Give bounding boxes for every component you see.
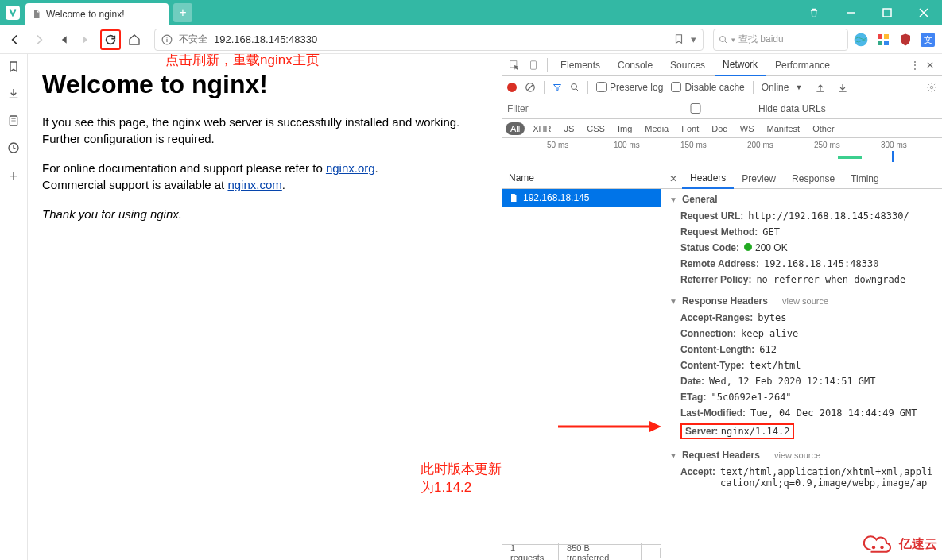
- svg-rect-9: [878, 34, 882, 39]
- info-icon: [161, 34, 173, 45]
- trash-button[interactable]: [796, 0, 832, 25]
- name-header: Name: [502, 168, 661, 189]
- page-heading: Welcome to nginx!: [42, 70, 487, 99]
- inspect-icon[interactable]: [506, 60, 523, 71]
- dtab-timing[interactable]: Timing: [843, 169, 887, 188]
- dtab-response[interactable]: Response: [784, 169, 843, 188]
- server-header-highlight: Server: nginx/1.14.2: [680, 423, 794, 439]
- section-request[interactable]: ▼Request Headersview source: [661, 446, 942, 464]
- type-font[interactable]: Font: [676, 122, 704, 135]
- devtools-close-icon[interactable]: ✕: [926, 60, 934, 71]
- downloads-panel-icon[interactable]: [7, 87, 20, 100]
- search-placeholder: 查找 baidu: [738, 33, 784, 46]
- dtab-headers[interactable]: Headers: [682, 168, 734, 189]
- svg-point-8: [855, 33, 868, 46]
- address-bar[interactable]: 不安全 192.168.18.145:48330 ▾: [154, 29, 704, 51]
- bytes-transferred: 850 B transferred: [559, 543, 642, 561]
- tab-sources[interactable]: Sources: [662, 55, 713, 75]
- type-manifest[interactable]: Manifest: [762, 122, 805, 135]
- type-css[interactable]: CSS: [582, 122, 610, 135]
- search-box[interactable]: ▾ 查找 baidu: [713, 29, 848, 51]
- svg-rect-11: [878, 41, 882, 45]
- type-media[interactable]: Media: [640, 122, 673, 135]
- search-icon-dt[interactable]: [570, 83, 580, 92]
- device-icon[interactable]: [525, 60, 542, 71]
- page-para-1: If you see this page, the nginx web serv…: [42, 114, 487, 147]
- settings-icon[interactable]: [926, 82, 937, 93]
- type-ws[interactable]: WS: [735, 122, 759, 135]
- home-button[interactable]: [124, 29, 145, 50]
- dtab-preview[interactable]: Preview: [734, 169, 784, 188]
- type-doc[interactable]: Doc: [707, 122, 732, 135]
- bookmark-icon[interactable]: [673, 33, 684, 44]
- annotation-version: 此时版本更新为1.14.2: [421, 460, 502, 496]
- svg-line-22: [528, 84, 533, 90]
- throttle-select[interactable]: Online▼: [762, 82, 803, 93]
- new-tab-button[interactable]: +: [173, 3, 192, 22]
- add-panel-icon[interactable]: +: [10, 168, 18, 185]
- svg-rect-12: [884, 41, 889, 45]
- history-panel-icon[interactable]: [7, 141, 20, 154]
- svg-point-28: [872, 546, 875, 549]
- refresh-button[interactable]: [100, 29, 121, 50]
- browser-tab[interactable]: Welcome to nginx!: [25, 3, 169, 25]
- section-response[interactable]: ▼Response Headersview source: [661, 292, 942, 310]
- tab-elements[interactable]: Elements: [552, 55, 608, 75]
- notes-panel-icon[interactable]: [7, 114, 20, 127]
- svg-rect-20: [531, 60, 537, 69]
- globe-icon[interactable]: [851, 30, 870, 49]
- request-row[interactable]: 192.168.18.145: [502, 189, 661, 207]
- bookmarks-panel-icon[interactable]: [7, 60, 20, 73]
- maximize-button[interactable]: [869, 0, 905, 25]
- upload-icon[interactable]: [815, 82, 826, 93]
- close-detail[interactable]: ✕: [665, 173, 682, 184]
- translate-icon[interactable]: 文: [918, 30, 937, 49]
- disable-cache-checkbox[interactable]: Disable cache: [671, 82, 744, 93]
- ext-icon-1[interactable]: [874, 30, 893, 49]
- clear-button[interactable]: [525, 82, 536, 93]
- record-button[interactable]: [507, 83, 517, 92]
- page-icon: [32, 10, 41, 19]
- fastforward-button[interactable]: [76, 29, 97, 50]
- rewind-button[interactable]: [52, 29, 73, 50]
- svg-line-24: [576, 88, 579, 91]
- forward-button[interactable]: [29, 29, 49, 50]
- filter-input[interactable]: [507, 103, 626, 114]
- page-thanks: Thank you for using nginx.: [42, 206, 487, 222]
- type-xhr[interactable]: XHR: [528, 122, 556, 135]
- search-icon: [719, 35, 728, 44]
- tab-console[interactable]: Console: [610, 55, 661, 75]
- tab-title: Welcome to nginx!: [46, 9, 125, 20]
- section-general[interactable]: ▼General: [661, 191, 942, 208]
- watermark: 亿速云: [863, 533, 937, 555]
- download-icon[interactable]: [837, 82, 848, 93]
- svg-rect-10: [884, 34, 889, 39]
- svg-point-5: [166, 37, 167, 37]
- tab-network[interactable]: Network: [715, 54, 766, 76]
- type-js[interactable]: JS: [559, 122, 579, 135]
- chevron-down-icon[interactable]: ▾: [691, 33, 696, 45]
- type-all[interactable]: All: [506, 122, 525, 135]
- vivaldi-logo: [0, 0, 25, 25]
- svg-point-6: [720, 36, 726, 41]
- type-img[interactable]: Img: [613, 122, 637, 135]
- devtools-more-icon[interactable]: ⋮: [910, 60, 920, 71]
- hide-data-urls[interactable]: Hide data URLs: [636, 103, 826, 114]
- back-button[interactable]: [5, 29, 25, 50]
- shield-icon[interactable]: [896, 30, 915, 49]
- nginx-com-link[interactable]: nginx.com: [227, 178, 281, 191]
- filter-icon[interactable]: [552, 83, 562, 92]
- page-para-2: For online documentation and support ple…: [42, 160, 487, 193]
- svg-point-23: [572, 83, 577, 89]
- type-other[interactable]: Other: [808, 122, 839, 135]
- minimize-button[interactable]: [832, 0, 869, 25]
- timeline[interactable]: 50 ms 100 ms 150 ms 200 ms 250 ms 300 ms: [502, 138, 942, 168]
- close-button[interactable]: [905, 0, 942, 25]
- nginx-org-link[interactable]: nginx.org: [326, 161, 375, 175]
- preserve-log-checkbox[interactable]: Preserve log: [596, 82, 663, 93]
- doc-icon: [509, 193, 518, 203]
- svg-rect-0: [6, 6, 20, 20]
- tab-performance[interactable]: Performance: [767, 55, 838, 75]
- svg-text:文: 文: [924, 35, 932, 44]
- svg-rect-2: [883, 9, 891, 17]
